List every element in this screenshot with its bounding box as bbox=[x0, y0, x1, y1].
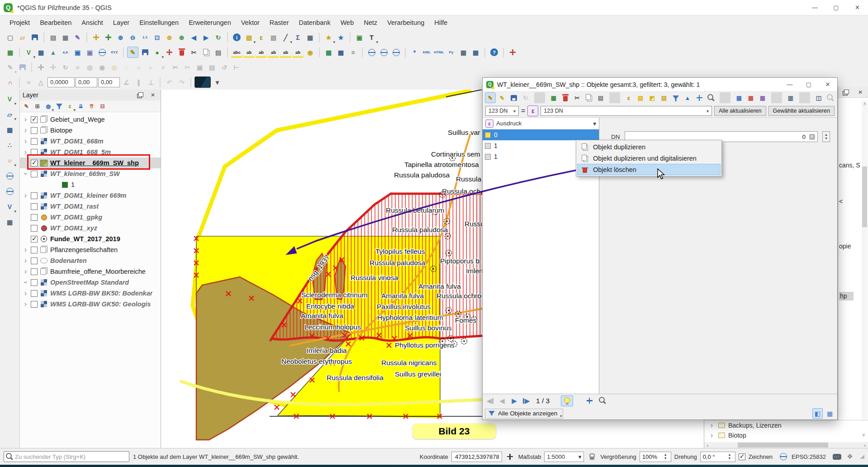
construction-mode-icon[interactable]: ∠ bbox=[121, 76, 132, 88]
feature-list-header[interactable]: ε Ausdruck bbox=[483, 118, 599, 129]
parallel-icon[interactable]: ∥ bbox=[133, 76, 144, 88]
separator[interactable] bbox=[609, 92, 620, 103]
html-export-icon[interactable]: HTML bbox=[433, 47, 445, 58]
layer-checkbox[interactable] bbox=[31, 171, 38, 177]
save-edits-icon[interactable] bbox=[139, 47, 151, 58]
wms-services-icon[interactable] bbox=[378, 47, 389, 58]
paste-features-icon[interactable]: ▤ bbox=[213, 47, 224, 58]
layer-checkbox[interactable] bbox=[31, 236, 38, 243]
layer-checkbox[interactable] bbox=[31, 203, 38, 210]
cad-tools-icon[interactable]: △ bbox=[35, 76, 47, 88]
new-map-view-icon[interactable]: ▣ bbox=[354, 32, 365, 43]
filter-by-expression-icon[interactable]: ε bbox=[65, 101, 75, 111]
processing-tasks-icon[interactable]: ❖ bbox=[845, 452, 855, 462]
simplify-feature-icon[interactable]: ≈ bbox=[72, 62, 83, 73]
label-options-icon[interactable]: abc bbox=[231, 47, 242, 58]
scroll-down-icon[interactable] bbox=[862, 432, 865, 437]
layer-tree-item[interactable]: Gebiet_und_Wege bbox=[20, 114, 161, 125]
layer-tree-item[interactable]: Baumfreie_offene_Moorbereiche bbox=[20, 266, 161, 277]
magnifier-field[interactable] bbox=[640, 452, 671, 462]
separator[interactable] bbox=[405, 48, 406, 57]
expander-icon[interactable] bbox=[709, 423, 715, 428]
menu-item[interactable]: Einstellungen bbox=[134, 19, 184, 26]
project-save-icon[interactable] bbox=[29, 32, 40, 43]
layout-manager-icon[interactable]: ▦ bbox=[60, 32, 71, 43]
epsg-label[interactable]: EPSG:25832 bbox=[792, 453, 826, 460]
cut-icon[interactable]: ✂ bbox=[572, 92, 583, 103]
snapping-icon[interactable]: ∩ bbox=[5, 76, 16, 88]
reshape-features-icon[interactable]: ⌐ bbox=[145, 62, 157, 73]
osm-tools-icon[interactable]: ▦ bbox=[470, 47, 481, 58]
rotation-spinner[interactable] bbox=[726, 452, 733, 462]
scroll-up-icon[interactable] bbox=[862, 101, 868, 106]
move-feature-icon[interactable] bbox=[35, 62, 47, 73]
separator[interactable] bbox=[31, 62, 32, 72]
menu-item[interactable]: Verarbeitung bbox=[382, 19, 429, 26]
current-edits-icon[interactable]: ✎ bbox=[5, 62, 16, 73]
select-all-icon[interactable]: ▤ bbox=[635, 92, 646, 103]
context-menu-item[interactable]: Objekt duplizieren bbox=[577, 141, 721, 152]
layer-checkbox[interactable] bbox=[31, 192, 38, 199]
cad-y-field[interactable]: 0,00 bbox=[76, 77, 97, 87]
separator[interactable] bbox=[362, 48, 363, 57]
shape-digitizing-icon[interactable]: ▱ bbox=[4, 109, 15, 120]
chevron-down-icon[interactable]: ▾ bbox=[212, 76, 223, 88]
separator[interactable] bbox=[771, 92, 782, 103]
add-postgis-icon[interactable]: ▣ bbox=[72, 47, 83, 58]
layer-checkbox[interactable] bbox=[31, 301, 38, 308]
pan-to-selection-icon[interactable] bbox=[103, 32, 114, 43]
undo-icon[interactable]: ↶ bbox=[164, 76, 175, 88]
open-layer-styling-icon[interactable]: ✎ bbox=[22, 101, 31, 111]
separator[interactable] bbox=[720, 92, 730, 103]
delete-part-icon[interactable]: ○ bbox=[133, 62, 144, 73]
offset-curve-icon[interactable]: (( bbox=[157, 62, 169, 73]
filter-legend-icon[interactable] bbox=[54, 101, 64, 111]
zoom-to-feature-icon[interactable] bbox=[598, 396, 607, 406]
delete-selected-icon[interactable] bbox=[176, 47, 187, 58]
statistical-summary-icon[interactable]: Σ bbox=[292, 32, 304, 43]
filter-select-icon[interactable] bbox=[670, 92, 681, 103]
globe-tools-icon[interactable] bbox=[4, 170, 15, 181]
wcs-services-icon[interactable] bbox=[390, 47, 402, 58]
scroll-right-icon[interactable]: › bbox=[862, 443, 868, 448]
project-new-icon[interactable]: ▢ bbox=[5, 32, 16, 43]
separator[interactable] bbox=[43, 33, 44, 43]
zoom-to-selection-icon[interactable]: ⊕ bbox=[164, 32, 175, 43]
minimize-button[interactable] bbox=[804, 0, 825, 15]
scale-combo[interactable]: 1:5000 bbox=[544, 452, 584, 462]
table-tools-icon[interactable]: ▦ bbox=[4, 216, 15, 228]
invert-selection-icon[interactable]: ◩ bbox=[647, 92, 658, 103]
copy-icon[interactable] bbox=[583, 92, 594, 103]
rotation-input[interactable] bbox=[703, 453, 726, 460]
tracing-icon[interactable]: ≈ bbox=[23, 76, 34, 88]
rotate-point-symbols-icon[interactable]: ↺ bbox=[218, 62, 230, 73]
pan-map-icon[interactable] bbox=[90, 32, 102, 43]
datasource-manager-icon[interactable]: ▦ bbox=[5, 47, 16, 58]
separator[interactable] bbox=[227, 48, 228, 57]
close-button[interactable] bbox=[847, 0, 868, 15]
label-show-hide-icon[interactable]: ab bbox=[256, 47, 267, 58]
trim-extend-icon[interactable]: ⊢ bbox=[231, 62, 242, 73]
perpendicular-icon[interactable]: ⊥ bbox=[145, 76, 157, 88]
manage-map-themes-icon[interactable]: ◍ bbox=[43, 101, 53, 111]
add-raster-layer-icon[interactable]: ▦ bbox=[35, 47, 47, 58]
locator-search[interactable] bbox=[4, 451, 129, 462]
zoom-out-icon[interactable]: ⊖ bbox=[127, 32, 138, 43]
label-move-icon[interactable]: ab bbox=[268, 47, 279, 58]
field-combo[interactable]: 123 DN bbox=[485, 106, 519, 116]
magnifier-input[interactable] bbox=[642, 453, 663, 460]
merge-features-icon[interactable]: ▣ bbox=[194, 62, 205, 73]
float-panel-icon[interactable] bbox=[841, 87, 851, 97]
vertex-highlight-icon[interactable]: V bbox=[4, 201, 15, 212]
zoom-to-layer-icon[interactable]: ⊕ bbox=[176, 32, 187, 43]
separator[interactable] bbox=[160, 77, 161, 87]
add-mesh-layer-icon[interactable]: ▲ bbox=[47, 47, 59, 58]
circle-digitize-icon[interactable]: ○ bbox=[4, 155, 15, 166]
layer-checkbox[interactable] bbox=[31, 290, 38, 297]
scroll-left-icon[interactable]: ‹ bbox=[704, 443, 711, 448]
new-bookmark-icon[interactable]: ★ bbox=[323, 32, 334, 43]
identify-icon[interactable]: i bbox=[231, 32, 242, 43]
layer-tree-item[interactable]: WT_DGM1_668m bbox=[20, 136, 161, 147]
add-group-icon[interactable]: ⊞ bbox=[33, 101, 42, 111]
pan-to-selection-icon[interactable] bbox=[694, 92, 705, 103]
